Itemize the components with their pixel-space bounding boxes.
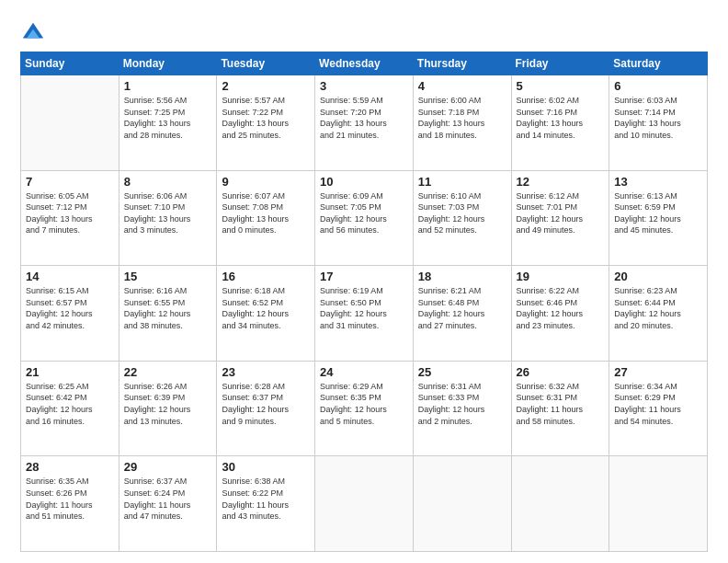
calendar-cell: 5Sunrise: 6:02 AMSunset: 7:16 PMDaylight… <box>511 75 609 171</box>
calendar-cell: 10Sunrise: 6:09 AMSunset: 7:05 PMDayligh… <box>315 170 414 266</box>
calendar-cell: 28Sunrise: 6:35 AMSunset: 6:26 PMDayligh… <box>21 456 119 552</box>
calendar-cell: 4Sunrise: 6:00 AMSunset: 7:18 PMDaylight… <box>413 75 511 171</box>
day-content: Sunrise: 6:25 AMSunset: 6:42 PMDaylight:… <box>26 381 114 427</box>
day-content: Sunrise: 6:15 AMSunset: 6:57 PMDaylight:… <box>26 285 114 331</box>
day-content: Sunrise: 6:09 AMSunset: 7:05 PMDaylight:… <box>320 190 408 236</box>
calendar-week-0: 1Sunrise: 5:56 AMSunset: 7:25 PMDaylight… <box>21 75 708 171</box>
day-content: Sunrise: 5:59 AMSunset: 7:20 PMDaylight:… <box>320 95 408 141</box>
calendar-header-sunday: Sunday <box>21 52 119 75</box>
calendar-cell: 22Sunrise: 6:26 AMSunset: 6:39 PMDayligh… <box>119 361 217 456</box>
calendar-cell <box>315 456 414 552</box>
day-content: Sunrise: 6:00 AMSunset: 7:18 PMDaylight:… <box>418 95 506 141</box>
calendar-table: SundayMondayTuesdayWednesdayThursdayFrid… <box>20 52 708 552</box>
day-content: Sunrise: 6:03 AMSunset: 7:14 PMDaylight:… <box>614 95 702 141</box>
calendar-cell: 29Sunrise: 6:37 AMSunset: 6:24 PMDayligh… <box>119 456 217 552</box>
calendar-cell: 8Sunrise: 6:06 AMSunset: 7:10 PMDaylight… <box>119 170 217 266</box>
day-content: Sunrise: 6:02 AMSunset: 7:16 PMDaylight:… <box>517 95 605 141</box>
calendar-cell: 14Sunrise: 6:15 AMSunset: 6:57 PMDayligh… <box>21 266 119 362</box>
calendar-week-1: 7Sunrise: 6:05 AMSunset: 7:12 PMDaylight… <box>21 170 708 266</box>
calendar-cell: 24Sunrise: 6:29 AMSunset: 6:35 PMDayligh… <box>315 361 414 456</box>
day-content: Sunrise: 6:22 AMSunset: 6:46 PMDaylight:… <box>517 285 605 331</box>
day-number: 4 <box>418 79 506 93</box>
day-number: 30 <box>222 460 310 474</box>
day-number: 16 <box>222 270 310 283</box>
day-number: 17 <box>320 270 408 283</box>
day-number: 26 <box>517 365 605 379</box>
day-content: Sunrise: 5:56 AMSunset: 7:25 PMDaylight:… <box>124 95 212 141</box>
calendar-cell: 12Sunrise: 6:12 AMSunset: 7:01 PMDayligh… <box>511 170 609 266</box>
day-number: 10 <box>320 175 408 189</box>
calendar-cell: 13Sunrise: 6:13 AMSunset: 6:59 PMDayligh… <box>609 170 708 266</box>
calendar-cell: 7Sunrise: 6:05 AMSunset: 7:12 PMDaylight… <box>21 170 119 266</box>
calendar-cell <box>609 456 708 552</box>
day-content: Sunrise: 6:37 AMSunset: 6:24 PMDaylight:… <box>124 476 212 522</box>
day-number: 12 <box>517 175 605 189</box>
day-number: 13 <box>614 175 702 189</box>
day-number: 5 <box>517 79 605 93</box>
day-content: Sunrise: 6:21 AMSunset: 6:48 PMDaylight:… <box>418 285 506 331</box>
day-number: 23 <box>222 365 310 379</box>
day-number: 7 <box>26 175 114 189</box>
calendar-cell <box>511 456 609 552</box>
day-content: Sunrise: 6:29 AMSunset: 6:35 PMDaylight:… <box>320 381 408 427</box>
calendar-cell: 19Sunrise: 6:22 AMSunset: 6:46 PMDayligh… <box>511 266 609 362</box>
day-content: Sunrise: 6:07 AMSunset: 7:08 PMDaylight:… <box>222 190 310 236</box>
day-content: Sunrise: 6:31 AMSunset: 6:33 PMDaylight:… <box>418 381 506 427</box>
calendar-cell: 11Sunrise: 6:10 AMSunset: 7:03 PMDayligh… <box>413 170 511 266</box>
day-content: Sunrise: 6:12 AMSunset: 7:01 PMDaylight:… <box>517 190 605 236</box>
calendar-cell: 23Sunrise: 6:28 AMSunset: 6:37 PMDayligh… <box>217 361 315 456</box>
day-number: 19 <box>517 270 605 283</box>
day-content: Sunrise: 6:28 AMSunset: 6:37 PMDaylight:… <box>222 381 310 427</box>
day-content: Sunrise: 6:13 AMSunset: 6:59 PMDaylight:… <box>614 190 702 236</box>
calendar-header-saturday: Saturday <box>609 52 708 75</box>
logo <box>20 20 50 46</box>
day-content: Sunrise: 6:34 AMSunset: 6:29 PMDaylight:… <box>614 381 702 427</box>
day-content: Sunrise: 5:57 AMSunset: 7:22 PMDaylight:… <box>222 95 310 141</box>
calendar-cell <box>21 75 119 171</box>
day-content: Sunrise: 6:38 AMSunset: 6:22 PMDaylight:… <box>222 476 310 522</box>
calendar-cell: 1Sunrise: 5:56 AMSunset: 7:25 PMDaylight… <box>119 75 217 171</box>
day-number: 27 <box>614 365 702 379</box>
calendar-cell: 20Sunrise: 6:23 AMSunset: 6:44 PMDayligh… <box>609 266 708 362</box>
day-number: 15 <box>124 270 212 283</box>
calendar-cell: 17Sunrise: 6:19 AMSunset: 6:50 PMDayligh… <box>315 266 414 362</box>
day-number: 22 <box>124 365 212 379</box>
day-number: 2 <box>222 79 310 93</box>
calendar-cell: 27Sunrise: 6:34 AMSunset: 6:29 PMDayligh… <box>609 361 708 456</box>
calendar-week-2: 14Sunrise: 6:15 AMSunset: 6:57 PMDayligh… <box>21 266 708 362</box>
calendar-header-thursday: Thursday <box>413 52 511 75</box>
calendar-cell: 30Sunrise: 6:38 AMSunset: 6:22 PMDayligh… <box>217 456 315 552</box>
day-number: 3 <box>320 79 408 93</box>
day-number: 6 <box>614 79 702 93</box>
day-content: Sunrise: 6:18 AMSunset: 6:52 PMDaylight:… <box>222 285 310 331</box>
calendar-cell <box>413 456 511 552</box>
day-number: 1 <box>124 79 212 93</box>
calendar-cell: 3Sunrise: 5:59 AMSunset: 7:20 PMDaylight… <box>315 75 414 171</box>
day-number: 18 <box>418 270 506 283</box>
day-content: Sunrise: 6:10 AMSunset: 7:03 PMDaylight:… <box>418 190 506 236</box>
day-number: 20 <box>614 270 702 283</box>
day-number: 9 <box>222 175 310 189</box>
day-number: 25 <box>418 365 506 379</box>
day-content: Sunrise: 6:06 AMSunset: 7:10 PMDaylight:… <box>124 190 212 236</box>
day-number: 21 <box>26 365 114 379</box>
day-number: 29 <box>124 460 212 474</box>
calendar-cell: 16Sunrise: 6:18 AMSunset: 6:52 PMDayligh… <box>217 266 315 362</box>
calendar-cell: 15Sunrise: 6:16 AMSunset: 6:55 PMDayligh… <box>119 266 217 362</box>
day-number: 14 <box>26 270 114 283</box>
day-content: Sunrise: 6:05 AMSunset: 7:12 PMDaylight:… <box>26 190 114 236</box>
header <box>20 17 708 46</box>
calendar-week-4: 28Sunrise: 6:35 AMSunset: 6:26 PMDayligh… <box>21 456 708 552</box>
calendar-week-3: 21Sunrise: 6:25 AMSunset: 6:42 PMDayligh… <box>21 361 708 456</box>
day-number: 8 <box>124 175 212 189</box>
calendar-header-monday: Monday <box>119 52 217 75</box>
day-content: Sunrise: 6:26 AMSunset: 6:39 PMDaylight:… <box>124 381 212 427</box>
day-content: Sunrise: 6:19 AMSunset: 6:50 PMDaylight:… <box>320 285 408 331</box>
calendar-cell: 26Sunrise: 6:32 AMSunset: 6:31 PMDayligh… <box>511 361 609 456</box>
calendar-header-wednesday: Wednesday <box>315 52 414 75</box>
calendar-header-row: SundayMondayTuesdayWednesdayThursdayFrid… <box>21 52 708 75</box>
day-number: 28 <box>26 460 114 474</box>
day-number: 11 <box>418 175 506 189</box>
calendar-header-friday: Friday <box>511 52 609 75</box>
day-number: 24 <box>320 365 408 379</box>
